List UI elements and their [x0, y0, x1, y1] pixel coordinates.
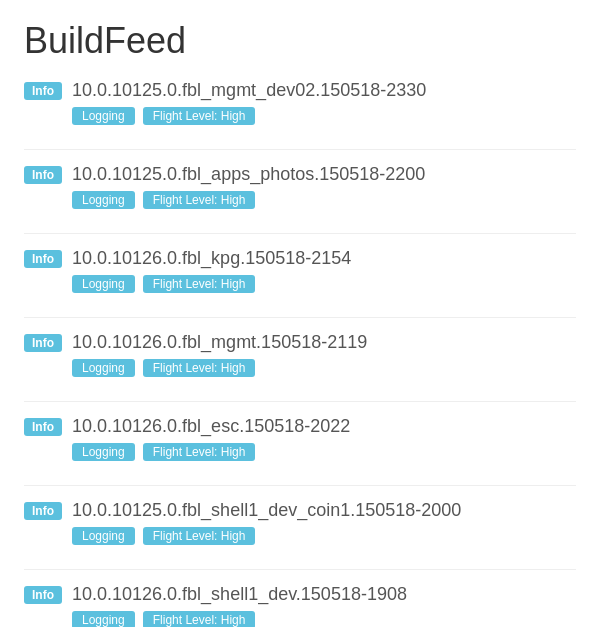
feed-item: Info10.0.10126.0.fbl_mgmt.150518-2119Log… — [24, 332, 576, 383]
tag-badge[interactable]: Logging — [72, 359, 135, 377]
feed-item: Info10.0.10126.0.fbl_kpg.150518-2154Logg… — [24, 248, 576, 299]
feed-item-title[interactable]: 10.0.10125.0.fbl_mgmt_dev02.150518-2330 — [72, 80, 426, 101]
feed-item-tags: LoggingFlight Level: High — [72, 527, 576, 545]
tag-badge[interactable]: Flight Level: High — [143, 443, 256, 461]
tag-badge[interactable]: Logging — [72, 191, 135, 209]
feed-item-title[interactable]: 10.0.10126.0.fbl_mgmt.150518-2119 — [72, 332, 367, 353]
feed-item-tags: LoggingFlight Level: High — [72, 359, 576, 377]
tag-badge[interactable]: Flight Level: High — [143, 275, 256, 293]
feed-item-tags: LoggingFlight Level: High — [72, 611, 576, 627]
feed-item: Info10.0.10126.0.fbl_shell1_dev.150518-1… — [24, 584, 576, 627]
feed-item-tags: LoggingFlight Level: High — [72, 107, 576, 125]
tag-badge[interactable]: Flight Level: High — [143, 359, 256, 377]
feed-item: Info10.0.10126.0.fbl_esc.150518-2022Logg… — [24, 416, 576, 467]
divider — [24, 569, 576, 570]
divider — [24, 317, 576, 318]
feed-item-tags: LoggingFlight Level: High — [72, 191, 576, 209]
info-badge[interactable]: Info — [24, 250, 62, 268]
divider — [24, 401, 576, 402]
info-badge[interactable]: Info — [24, 82, 62, 100]
feed-item-title[interactable]: 10.0.10126.0.fbl_kpg.150518-2154 — [72, 248, 351, 269]
feed-item-header: Info10.0.10126.0.fbl_mgmt.150518-2119 — [24, 332, 576, 353]
feed-item-tags: LoggingFlight Level: High — [72, 443, 576, 461]
tag-badge[interactable]: Logging — [72, 275, 135, 293]
tag-badge[interactable]: Flight Level: High — [143, 527, 256, 545]
feed-item: Info10.0.10125.0.fbl_apps_photos.150518-… — [24, 164, 576, 215]
divider — [24, 485, 576, 486]
feed-item-title[interactable]: 10.0.10125.0.fbl_apps_photos.150518-2200 — [72, 164, 425, 185]
feed-item-title[interactable]: 10.0.10125.0.fbl_shell1_dev_coin1.150518… — [72, 500, 461, 521]
feed-item-header: Info10.0.10126.0.fbl_shell1_dev.150518-1… — [24, 584, 576, 605]
feed-item-tags: LoggingFlight Level: High — [72, 275, 576, 293]
feed-item-header: Info10.0.10125.0.fbl_shell1_dev_coin1.15… — [24, 500, 576, 521]
info-badge[interactable]: Info — [24, 418, 62, 436]
feed-container: Info10.0.10125.0.fbl_mgmt_dev02.150518-2… — [24, 80, 576, 627]
tag-badge[interactable]: Logging — [72, 527, 135, 545]
tag-badge[interactable]: Flight Level: High — [143, 107, 256, 125]
tag-badge[interactable]: Logging — [72, 611, 135, 627]
info-badge[interactable]: Info — [24, 502, 62, 520]
divider — [24, 149, 576, 150]
info-badge[interactable]: Info — [24, 586, 62, 604]
feed-item: Info10.0.10125.0.fbl_shell1_dev_coin1.15… — [24, 500, 576, 551]
feed-item-header: Info10.0.10125.0.fbl_mgmt_dev02.150518-2… — [24, 80, 576, 101]
page-title: BuildFeed — [24, 20, 576, 62]
feed-item-title[interactable]: 10.0.10126.0.fbl_esc.150518-2022 — [72, 416, 350, 437]
tag-badge[interactable]: Logging — [72, 107, 135, 125]
feed-item-header: Info10.0.10126.0.fbl_kpg.150518-2154 — [24, 248, 576, 269]
info-badge[interactable]: Info — [24, 166, 62, 184]
info-badge[interactable]: Info — [24, 334, 62, 352]
feed-item-header: Info10.0.10125.0.fbl_apps_photos.150518-… — [24, 164, 576, 185]
feed-item-title[interactable]: 10.0.10126.0.fbl_shell1_dev.150518-1908 — [72, 584, 407, 605]
tag-badge[interactable]: Flight Level: High — [143, 611, 256, 627]
tag-badge[interactable]: Flight Level: High — [143, 191, 256, 209]
divider — [24, 233, 576, 234]
tag-badge[interactable]: Logging — [72, 443, 135, 461]
feed-item: Info10.0.10125.0.fbl_mgmt_dev02.150518-2… — [24, 80, 576, 131]
feed-item-header: Info10.0.10126.0.fbl_esc.150518-2022 — [24, 416, 576, 437]
